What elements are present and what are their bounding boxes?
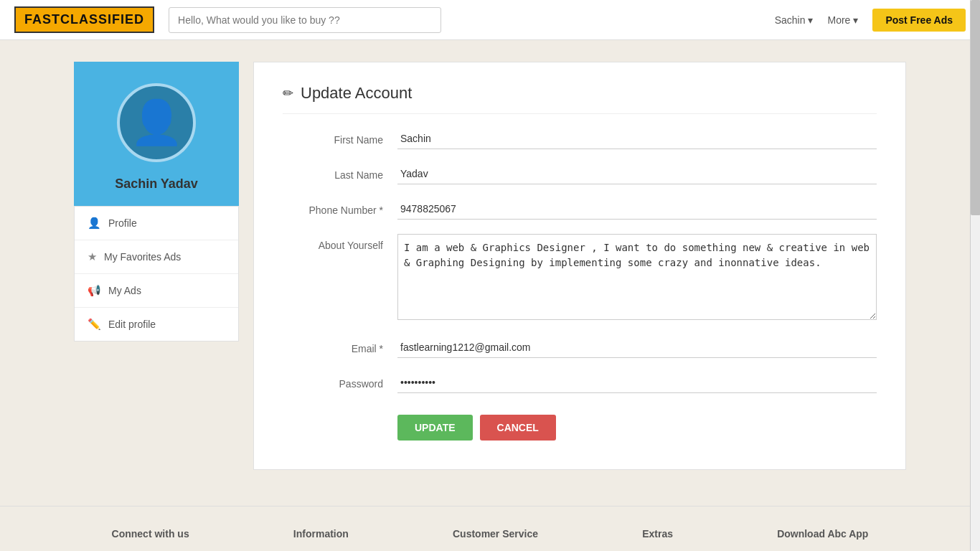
chevron-down-icon: ▾ [808,14,813,26]
edit-icon: ✏️ [88,318,101,331]
profile-card: 👤 Sachin Yadav [74,62,239,206]
footer: Connect with us Information Customer Ser… [0,506,980,551]
sidebar-item-my-ads[interactable]: 📢 My Ads [75,274,238,308]
password-input[interactable] [397,372,877,393]
about-row: About Yourself [283,234,877,323]
password-label: Password [283,372,397,390]
sidebar-item-favorites[interactable]: ★ My Favorites Ads [75,240,238,274]
sidebar-item-edit-profile[interactable]: ✏️ Edit profile [75,308,238,341]
sidebar-label-my-ads: My Ads [108,285,141,296]
phone-row: Phone Number * [283,199,877,220]
about-label: About Yourself [283,234,397,251]
header-nav: Sachin ▾ More ▾ Post Free Ads [775,9,966,32]
sidebar-item-profile[interactable]: 👤 Profile [75,207,238,240]
chevron-down-icon-more: ▾ [853,14,858,26]
footer-col-info: Information [293,528,349,540]
user-label: Sachin [775,14,806,26]
about-textarea[interactable] [397,234,877,320]
footer-info-label: Information [293,528,349,540]
phone-label: Phone Number * [283,199,397,216]
phone-input[interactable] [397,199,877,220]
megaphone-icon: 📢 [88,284,101,297]
email-label: Email * [283,337,397,354]
first-name-input[interactable] [397,128,877,149]
footer-app-label: Download Abc App [777,528,868,540]
sidebar-label-favorites: My Favorites Ads [104,251,181,263]
first-name-field [397,128,877,149]
post-free-ads-button[interactable]: Post Free Ads [872,9,966,32]
user-avatar-icon: 👤 [130,101,184,144]
form-title: ✏ Update Account [283,84,877,114]
cancel-button[interactable]: CANCEL [480,415,556,441]
form-buttons: UPDATE CANCEL [283,415,877,441]
last-name-input[interactable] [397,164,877,184]
first-name-row: First Name [283,128,877,149]
user-dropdown[interactable]: Sachin ▾ [775,14,814,26]
scrollbar-thumb[interactable] [971,0,980,215]
header: FASTCLASSIFIED Sachin ▾ More ▾ Post Free… [0,0,980,40]
last-name-row: Last Name [283,164,877,184]
first-name-label: First Name [283,128,397,146]
logo[interactable]: FASTCLASSIFIED [14,6,154,33]
footer-service-label: Customer Service [453,528,538,540]
phone-field [397,199,877,220]
star-icon: ★ [88,250,97,263]
footer-col-connect: Connect with us [112,528,189,540]
sidebar-label-profile: Profile [108,217,137,229]
sidebar-label-edit-profile: Edit profile [108,319,156,330]
main-content: 👤 Sachin Yadav 👤 Profile ★ My Favorites … [60,40,920,491]
footer-col-service: Customer Service [453,528,538,540]
last-name-label: Last Name [283,164,397,181]
person-icon: 👤 [88,217,101,230]
footer-col-app: Download Abc App [777,528,868,540]
more-label: More [827,14,850,26]
search-input[interactable] [169,7,441,33]
footer-extras-label: Extras [642,528,673,540]
profile-name: Sachin Yadav [115,176,198,192]
form-panel: ✏ Update Account First Name Last Name Ph… [253,62,906,470]
update-button[interactable]: UPDATE [397,415,473,441]
footer-col-extras: Extras [642,528,673,540]
sidebar: 👤 Sachin Yadav 👤 Profile ★ My Favorites … [74,62,239,470]
more-dropdown[interactable]: More ▾ [827,14,858,26]
password-row: Password [283,372,877,393]
last-name-field [397,164,877,184]
password-field [397,372,877,393]
logo-text: FASTCLASSIFIED [24,12,144,27]
email-input[interactable] [397,337,877,358]
email-row: Email * [283,337,877,358]
footer-connect-label: Connect with us [112,528,189,540]
form-heading: Update Account [301,84,412,103]
sidebar-menu: 👤 Profile ★ My Favorites Ads 📢 My Ads ✏️… [74,206,239,342]
avatar: 👤 [117,83,196,162]
email-field [397,337,877,358]
pencil-icon: ✏ [283,85,293,101]
scrollbar[interactable] [970,0,980,551]
footer-inner: Connect with us Information Customer Ser… [60,528,920,540]
about-field [397,234,877,323]
